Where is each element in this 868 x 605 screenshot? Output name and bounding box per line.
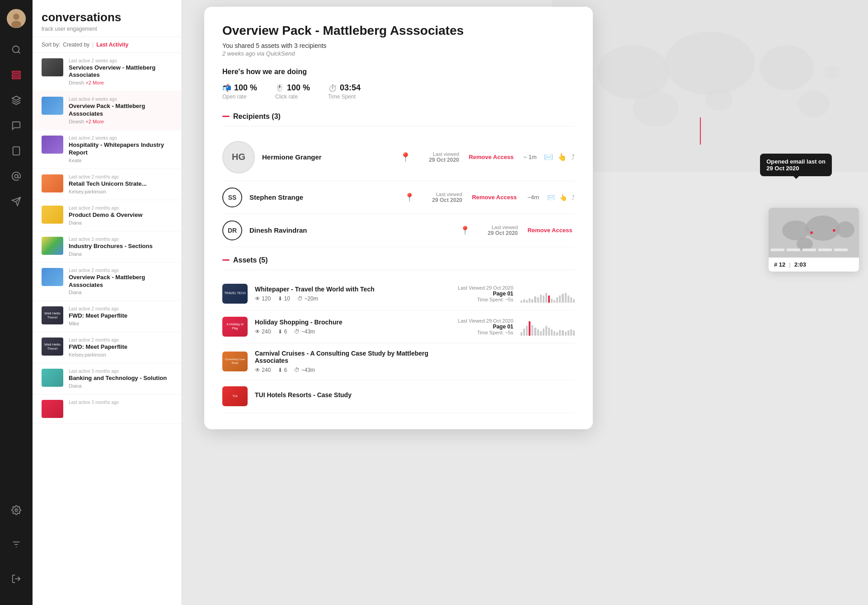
location-icon: 📍 [400, 152, 411, 163]
list-item[interactable]: Last active 2 months ago Product Demo & … [33, 200, 181, 231]
recipient-avatar: DR [222, 220, 242, 240]
conv-user: Dinesh +2 More [69, 119, 172, 124]
remove-access-button[interactable]: Remove Access [466, 154, 516, 160]
svg-rect-35 [787, 249, 800, 251]
list-item[interactable]: Well Hello There! Last active 2 months a… [33, 301, 181, 332]
sort-label: Sort by: [42, 42, 60, 48]
recipient-time: ~4m [526, 194, 540, 201]
svg-point-11 [14, 174, 18, 178]
conv-user: Diana [69, 220, 172, 225]
list-item[interactable]: Last active 3 months ago [33, 394, 181, 424]
list-item[interactable]: Last active 2 months ago Industry Brochu… [33, 231, 181, 263]
conv-thumb [42, 237, 63, 255]
logout-nav-icon[interactable] [8, 571, 24, 587]
tablet-nav-icon[interactable] [8, 143, 24, 159]
map-pin-line [700, 117, 701, 145]
share-icon[interactable]: ⤴ [572, 194, 575, 201]
time-spent-label: Time Spent: ~5s [450, 330, 513, 335]
conv-thumb [42, 400, 63, 418]
email-icon[interactable]: ✉️ [547, 194, 555, 201]
asset-name: Holiday Shopping - Brochure [255, 319, 443, 326]
search-nav-icon[interactable] [8, 42, 24, 58]
conv-user: Kelsey.parkinson [69, 189, 172, 194]
asset-info: TUI Hotels Resorts - Case Study [255, 391, 575, 401]
list-item[interactable]: Last active 2 months ago Overview Pack -… [33, 263, 181, 301]
stack-nav-icon[interactable] [8, 92, 24, 108]
asset-thumb: A Holiday of Play [222, 317, 248, 337]
conv-item-info: Last active 3 months ago [69, 400, 172, 406]
at-nav-icon[interactable] [8, 168, 24, 184]
remove-access-button[interactable]: Remove Access [469, 194, 519, 201]
list-item[interactable]: Last active 4 weeks ago Overview Pack - … [33, 91, 181, 130]
asset-stats: 👁 240 ⬇ 6 ⏱ ~43m [255, 367, 443, 373]
svg-rect-6 [12, 74, 20, 76]
list-item[interactable]: Last active 2 months ago Retail Tech Uni… [33, 169, 181, 200]
conv-item-info: Last active 3 months ago Banking and Tec… [69, 369, 172, 389]
preview-number: # 12 [774, 261, 785, 268]
conv-time: Last active 3 months ago [69, 369, 172, 374]
list-item[interactable]: Last active 2 weeks ago Hospitality - Wh… [33, 130, 181, 169]
conv-user: Diana [69, 290, 172, 295]
conv-thumb: Well Hello There! [42, 338, 63, 356]
modal-title: Overview Pack - Mattleberg Asssociates [222, 23, 575, 38]
modal-card: Overview Pack - Mattleberg Asssociates Y… [204, 7, 593, 429]
recipient-actions: ✉️ 👆 ⤴ [547, 194, 575, 201]
click-rate-label: Click rate [275, 94, 310, 100]
filter-nav-icon[interactable] [8, 536, 24, 553]
asset-info: Whitepaper - Travel the World with Tech … [255, 286, 443, 302]
preview-duration: 2:03 [794, 261, 806, 268]
avatar[interactable] [7, 9, 26, 28]
time-stat: ⏱ ~43m [294, 367, 315, 373]
svg-marker-8 [12, 96, 20, 100]
svg-rect-36 [802, 249, 816, 251]
conv-name: FWD: Meet Paperflite [69, 343, 172, 351]
conv-item-info: Last active 2 months ago Retail Tech Uni… [69, 174, 172, 194]
chat-nav-icon[interactable] [8, 117, 24, 134]
conv-item-info: Last active 2 months ago FWD: Meet Paper… [69, 306, 172, 326]
conv-thumb [42, 97, 63, 115]
share-icon[interactable]: ⤴ [571, 153, 575, 161]
asset-name: TUI Hotels Resorts - Case Study [255, 391, 575, 399]
layers-nav-icon[interactable] [8, 67, 24, 83]
email-icon[interactable]: ✉️ [544, 153, 553, 161]
time-spent-stat: ⏱️ 03:54 Time Spent [328, 83, 361, 100]
list-item[interactable]: Well Hello There! Last active 2 months a… [33, 332, 181, 363]
conversations-header: conversations track user engagement [33, 0, 181, 37]
sort-last-activity[interactable]: Last Activity [96, 42, 128, 48]
conv-time: Last active 2 weeks ago [69, 136, 172, 141]
svg-rect-5 [12, 71, 20, 73]
asset-info: Carnival Cruises - A Consulting Case Stu… [255, 350, 443, 373]
svg-point-32 [810, 231, 813, 234]
recipient-viewed: Last viewed 29 Oct 2020 [422, 192, 462, 203]
list-item[interactable]: Last active 3 months ago Banking and Tec… [33, 363, 181, 394]
hand-icon[interactable]: 👆 [558, 153, 567, 161]
conv-user: Kelsey.parkinson [69, 352, 172, 357]
section-dash [222, 116, 230, 117]
conv-item-info: Last active 2 months ago FWD: Meet Paper… [69, 338, 172, 357]
assets-section-header: Assets (5) [222, 256, 575, 270]
sidebar [0, 0, 33, 605]
svg-point-21 [665, 32, 755, 95]
svg-point-26 [823, 66, 841, 79]
recipient-viewed: Last viewed 29 Oct 2020 [418, 151, 459, 163]
recipient-name: Dinesh Ravindran [249, 226, 453, 234]
settings-nav-icon[interactable] [8, 502, 24, 518]
preview-footer: # 12 | 2:03 [769, 258, 859, 272]
sort-created-by[interactable]: Created by [63, 42, 89, 48]
svg-point-29 [806, 216, 840, 241]
list-item[interactable]: Last active 2 weeks ago Services Overvie… [33, 53, 181, 92]
shared-info: You shared 5 assets with 3 recipients [222, 42, 575, 49]
preview-image [769, 208, 859, 258]
conv-name: Services Overview - Mattleberg Associate… [69, 64, 172, 80]
hand-icon[interactable]: 👆 [559, 194, 567, 201]
send-nav-icon[interactable] [8, 193, 24, 210]
conversations-panel: conversations track user engagement Sort… [33, 0, 182, 605]
recipient-name: Stephen Strange [249, 193, 397, 201]
page-label: Page 01 [450, 324, 513, 330]
conv-name: Retail Tech Unicorn Strate... [69, 180, 172, 188]
remove-access-button[interactable]: Remove Access [525, 227, 575, 234]
asset-thumb: Consulting Case Study [222, 352, 248, 371]
asset-thumb: TRAVEL TECH [222, 284, 248, 304]
conv-name: Industry Brochures - Sections [69, 243, 172, 250]
conv-thumb: Well Hello There! [42, 306, 63, 324]
